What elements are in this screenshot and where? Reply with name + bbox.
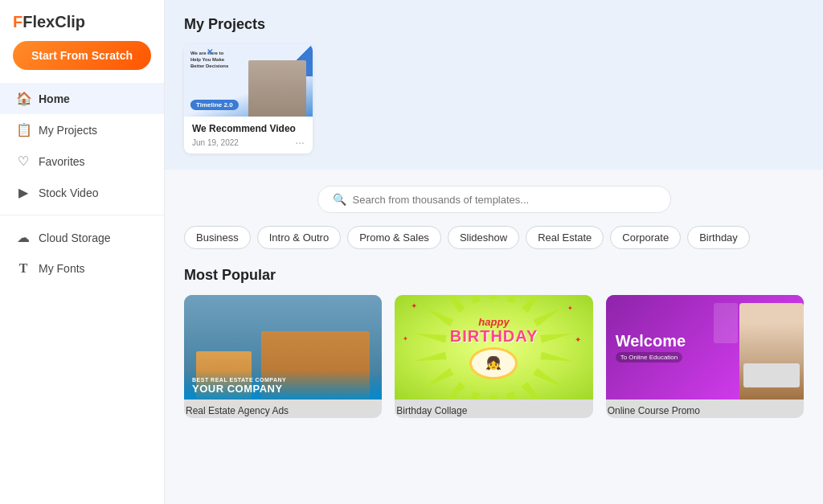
category-pill-birthday[interactable]: Birthday bbox=[687, 226, 750, 249]
search-bar-row: 🔍 bbox=[184, 186, 804, 213]
most-popular-title: Most Popular bbox=[184, 267, 804, 284]
category-pill-intro-outro[interactable]: Intro & Outro bbox=[257, 226, 341, 249]
project-name: We Recommend Video bbox=[192, 123, 305, 134]
svg-marker-16 bbox=[439, 295, 465, 313]
template-label-birthday: Birthday Collage bbox=[395, 400, 592, 418]
svg-marker-11 bbox=[439, 382, 465, 400]
sparkle-icon-3: ✦ bbox=[575, 335, 581, 344]
svg-marker-3 bbox=[534, 304, 566, 327]
sidebar-cloud-label: Cloud Storage bbox=[39, 232, 111, 244]
home-icon: 🏠 bbox=[16, 91, 31, 106]
bday-oval-decoration: 👧 bbox=[469, 347, 518, 379]
search-input[interactable] bbox=[353, 194, 656, 206]
project-info: We Recommend Video Jun 19, 2022 ··· bbox=[184, 117, 313, 154]
stock-video-icon: ▶ bbox=[16, 185, 31, 200]
cloud-icon: ☁ bbox=[16, 230, 31, 245]
template-thumb-course: Welcome To Online Education bbox=[606, 295, 804, 400]
main-content: My Projects We are here toHelp You MakeB… bbox=[165, 0, 823, 504]
search-icon: 🔍 bbox=[333, 193, 346, 206]
category-pills: Business Intro & Outro Promo & Sales Sli… bbox=[184, 226, 804, 251]
category-pill-slideshow[interactable]: Slideshow bbox=[448, 226, 519, 249]
bday-happy-text: happy bbox=[450, 316, 538, 328]
template-card-birthday[interactable]: ✦ ✦ ✦ ✦ happy BIRTHDAY 👧 Birthday Collag… bbox=[395, 295, 592, 418]
re-overlay: BEST REAL ESTATE COMPANY YOUR COMPANY bbox=[184, 371, 382, 400]
thumb-building bbox=[248, 60, 306, 117]
svg-marker-4 bbox=[541, 330, 574, 343]
template-thumb-real-estate: BEST REAL ESTATE COMPANY YOUR COMPANY bbox=[184, 295, 382, 400]
sidebar-nav-2: ☁ Cloud Storage T My Fonts bbox=[0, 222, 164, 284]
sparkle-icon-2: ✦ bbox=[567, 305, 573, 312]
project-date-row: Jun 19, 2022 ··· bbox=[192, 136, 305, 149]
template-cards-row: BEST REAL ESTATE COMPANY YOUR COMPANY Re… bbox=[184, 295, 804, 418]
svg-marker-17 bbox=[463, 295, 481, 303]
svg-marker-9 bbox=[489, 395, 497, 400]
project-thumbnail: We are here toHelp You MakeBetter Decisi… bbox=[184, 44, 313, 117]
close-icon: ✕ bbox=[207, 47, 213, 56]
sidebar-item-my-fonts[interactable]: T My Fonts bbox=[0, 253, 164, 284]
svg-marker-10 bbox=[463, 391, 481, 400]
projects-icon: 📋 bbox=[16, 122, 31, 137]
course-overlay: Welcome To Online Education bbox=[606, 295, 804, 400]
sidebar-stock-label: Stock Video bbox=[39, 186, 98, 199]
svg-marker-2 bbox=[522, 295, 548, 313]
sidebar-item-cloud-storage[interactable]: ☁ Cloud Storage bbox=[0, 222, 164, 253]
svg-marker-1 bbox=[506, 295, 525, 303]
sidebar-divider bbox=[0, 215, 164, 215]
template-label-real-estate: Real Estate Agency Ads bbox=[184, 400, 382, 418]
my-projects-section: My Projects We are here toHelp You MakeB… bbox=[165, 0, 823, 170]
sidebar-projects-label: My Projects bbox=[39, 124, 97, 137]
category-pill-corporate[interactable]: Corporate bbox=[610, 226, 681, 249]
girl-emoji: 👧 bbox=[485, 355, 502, 371]
re-company-label: BEST REAL ESTATE COMPANY bbox=[192, 377, 374, 383]
category-pill-business[interactable]: Business bbox=[184, 226, 251, 249]
svg-marker-8 bbox=[506, 391, 525, 400]
course-sub-text: To Online Education bbox=[616, 352, 683, 363]
sidebar-item-favorites[interactable]: ♡ Favorites bbox=[0, 145, 164, 177]
sidebar-home-label: Home bbox=[39, 92, 70, 105]
birthday-text-center: happy BIRTHDAY 👧 bbox=[450, 316, 538, 379]
bday-birthday-text: BIRTHDAY bbox=[450, 328, 538, 344]
template-card-real-estate[interactable]: BEST REAL ESTATE COMPANY YOUR COMPANY Re… bbox=[184, 295, 382, 418]
sidebar-favorites-label: Favorites bbox=[39, 155, 85, 168]
svg-marker-0 bbox=[489, 295, 497, 299]
favorites-icon: ♡ bbox=[16, 154, 31, 169]
svg-marker-5 bbox=[541, 351, 574, 365]
template-thumb-birthday: ✦ ✦ ✦ ✦ happy BIRTHDAY 👧 bbox=[395, 295, 592, 400]
my-projects-title: My Projects bbox=[184, 16, 804, 33]
sparkle-icon: ✦ bbox=[411, 301, 417, 310]
fonts-icon: T bbox=[16, 261, 31, 276]
sidebar-item-stock-video[interactable]: ▶ Stock Video bbox=[0, 177, 164, 208]
svg-marker-13 bbox=[414, 351, 447, 365]
category-pill-real-estate[interactable]: Real Estate bbox=[526, 226, 604, 249]
sparkle-icon-4: ✦ bbox=[403, 335, 408, 342]
svg-marker-6 bbox=[534, 368, 566, 391]
template-label-online-course: Online Course Promo bbox=[606, 400, 804, 418]
re-company-name: YOUR COMPANY bbox=[192, 383, 374, 395]
sidebar: FFlexClip Start From Scratch 🏠 Home 📋 My… bbox=[0, 0, 165, 504]
app-logo: FFlexClip bbox=[0, 0, 164, 41]
projects-row: We are here toHelp You MakeBetter Decisi… bbox=[184, 44, 804, 154]
project-date: Jun 19, 2022 bbox=[192, 138, 239, 147]
timeline-badge: Timeline 2.0 bbox=[190, 100, 239, 110]
category-pill-promo-sales[interactable]: Promo & Sales bbox=[347, 226, 441, 249]
svg-marker-7 bbox=[522, 382, 548, 400]
sidebar-nav: 🏠 Home 📋 My Projects ♡ Favorites ▶ Stock… bbox=[0, 83, 164, 208]
logo-text: FlexClip bbox=[23, 13, 85, 31]
project-menu-button[interactable]: ··· bbox=[295, 136, 305, 149]
sidebar-item-my-projects[interactable]: 📋 My Projects bbox=[0, 114, 164, 145]
svg-marker-14 bbox=[414, 330, 447, 343]
sidebar-fonts-label: My Fonts bbox=[39, 262, 85, 275]
sidebar-item-home[interactable]: 🏠 Home bbox=[0, 83, 164, 114]
course-welcome-text: Welcome bbox=[616, 332, 686, 350]
start-from-scratch-button[interactable]: Start From Scratch bbox=[13, 41, 151, 70]
search-bar: 🔍 bbox=[317, 186, 671, 213]
project-card[interactable]: We are here toHelp You MakeBetter Decisi… bbox=[184, 44, 313, 154]
templates-section: 🔍 Business Intro & Outro Promo & Sales S… bbox=[165, 170, 823, 504]
template-card-online-course[interactable]: Welcome To Online Education Online Cours… bbox=[606, 295, 804, 418]
